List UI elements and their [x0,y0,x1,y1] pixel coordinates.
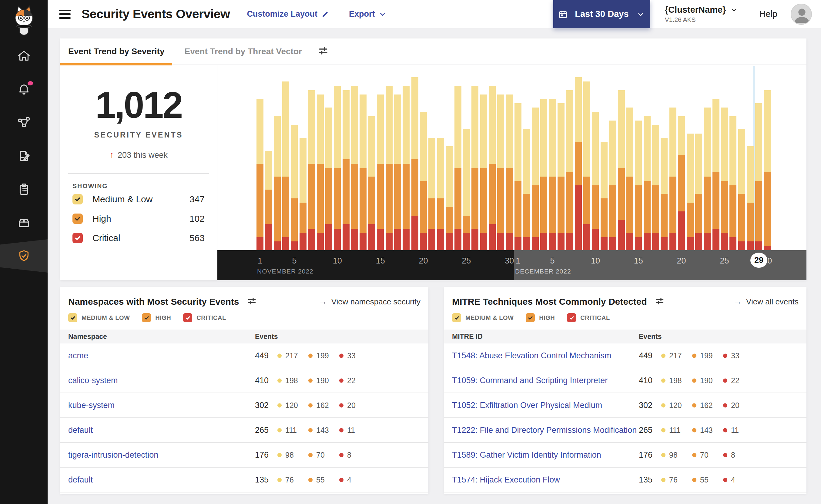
chart-bar-day-dec-18[interactable] [661,138,668,250]
chart-bar-day-dec-2[interactable] [523,129,530,250]
chart-bar-day-nov-7[interactable] [308,90,315,250]
chart-bar-day-nov-12[interactable] [351,86,358,250]
severity-checkbox[interactable] [142,313,151,322]
namespace-link[interactable]: kube-system [68,401,115,410]
chart-bar-day-dec-19[interactable] [670,108,677,250]
chart-bar-day-nov-17[interactable] [394,95,401,250]
namespace-link[interactable]: tigera-intrusion-detection [68,450,158,460]
chart-bar-day-dec-28[interactable] [747,146,754,250]
chart-bar-day-nov-10[interactable] [334,86,341,250]
chart-bar-day-dec-23[interactable] [704,108,711,250]
chart-bar-day-nov-13[interactable] [360,95,367,250]
menu-icon[interactable] [59,10,71,19]
namespaces-filter-settings-button[interactable] [247,296,257,307]
chart-bar-day-nov-14[interactable] [368,116,375,250]
chart-bar-day-dec-4[interactable] [540,99,547,250]
severity-checkbox[interactable] [68,313,77,322]
export-button[interactable]: Export [349,9,387,19]
severity-filter-chip[interactable]: MEDIUM & LOW [68,313,130,322]
chart-bar-day-dec-21[interactable] [687,134,694,250]
chart-bar-day-dec-3[interactable] [532,108,539,250]
chart-bar-day-nov-18[interactable] [403,86,410,250]
chart-bar-day-nov-11[interactable] [343,90,350,250]
chart-bar-day-nov-24[interactable] [454,86,461,250]
chart-bar-day-dec-25[interactable] [721,108,728,250]
sidebar-item-home[interactable] [0,39,48,73]
chart-bar-day-dec-30[interactable] [764,90,771,250]
severity-filter-chip[interactable]: CRITICAL [567,313,610,322]
view-namespace-security-link[interactable]: → View namespace security [319,297,420,307]
chart-bar-day-dec-11[interactable] [600,142,607,250]
severity-checkbox[interactable] [183,313,192,322]
chart-bar-day-nov-15[interactable] [377,95,384,250]
help-link[interactable]: Help [759,9,777,19]
sidebar-item-alerts[interactable] [0,73,48,106]
chart-bar-day-nov-28[interactable] [489,86,496,250]
chart-bar-day-nov-16[interactable] [386,86,393,250]
chart-bar-day-dec-5[interactable] [549,99,556,250]
chart-bar-day-dec-10[interactable] [592,112,599,250]
chart-bar-day-dec-29[interactable] [755,103,762,250]
mitre-technique-link[interactable]: T1548: Abuse Elevation Control Mechanism [452,351,611,360]
chart-bar-day-nov-8[interactable] [317,95,324,250]
chart-bar-day-dec-20[interactable] [678,116,685,250]
chart-bar-day-nov-20[interactable] [420,112,427,250]
severity-checkbox[interactable] [72,194,83,204]
tab-event-trend-by-severity[interactable]: Event Trend by Severity [60,38,172,65]
sidebar-item-policies[interactable] [0,139,48,173]
chart-bar-day-dec-22[interactable] [695,134,702,250]
chart-bar-day-nov-26[interactable] [471,86,478,250]
chart-bar-day-dec-13[interactable] [618,90,625,250]
trend-filter-settings-button[interactable] [318,45,329,58]
severity-checkbox[interactable] [72,214,83,224]
mitre-technique-link[interactable]: T1589: Gather Victim Identity Informatio… [452,450,601,460]
chart-bar-day-dec-8[interactable] [575,77,582,250]
chart-bar-day-dec-6[interactable] [557,103,564,250]
chart-bar-day-dec-14[interactable] [627,108,633,250]
chart-bar-day-dec-27[interactable] [738,129,745,250]
mitre-technique-link[interactable]: T1052: Exfiltration Over Physical Medium [452,401,602,410]
date-range-button[interactable]: Last 30 Days [553,0,650,28]
sidebar-item-compliance-reports[interactable] [0,173,48,206]
severity-checkbox[interactable] [567,313,576,322]
chart-bar-day-dec-15[interactable] [635,121,642,250]
severity-checkbox[interactable] [526,313,535,322]
chart-bar-day-dec-1[interactable] [514,103,521,250]
severity-filter-chip[interactable]: HIGH [526,313,555,322]
namespace-link[interactable]: acme [68,351,88,360]
mitre-technique-link[interactable]: T1574: Hijack Execution Flow [452,475,560,485]
chart-bar-day-nov-25[interactable] [463,129,470,250]
namespace-link[interactable]: default [68,426,93,435]
user-avatar[interactable] [791,4,812,25]
chart-bar-day-nov-21[interactable] [428,138,435,250]
mitre-filter-settings-button[interactable] [655,296,665,307]
tab-event-trend-by-threat-vector[interactable]: Event Trend by Threat Vector [184,38,302,65]
chart-bar-day-nov-6[interactable] [300,138,307,250]
chart-bar-day-nov-1[interactable] [257,99,264,250]
chart-bar-day-dec-16[interactable] [644,116,651,250]
chart-bar-day-dec-9[interactable] [583,81,590,250]
chart-bar-day-dec-7[interactable] [566,90,573,250]
chart-bar-day-nov-2[interactable] [265,151,272,250]
chart-bar-day-dec-17[interactable] [652,125,659,250]
chart-bar-day-nov-4[interactable] [282,81,289,250]
namespace-link[interactable]: calico-system [68,376,118,385]
chart-bar-day-nov-27[interactable] [480,95,487,250]
chart-bar-day-nov-23[interactable] [446,146,453,250]
chart-bar-day-dec-26[interactable] [730,116,736,250]
severity-checkbox[interactable] [452,313,461,322]
chart-bar-day-nov-19[interactable] [411,77,418,250]
sidebar-item-service-graph[interactable] [0,106,48,139]
severity-filter-chip[interactable]: MEDIUM & LOW [452,313,513,322]
chart-bar-day-nov-5[interactable] [291,125,298,250]
chart-bar-day-dec-24[interactable] [713,99,720,250]
chart-bar-day-nov-9[interactable] [325,108,332,250]
chart-bar-day-nov-3[interactable] [274,116,281,250]
sidebar-item-images[interactable] [0,206,48,239]
chart-bar-day-nov-22[interactable] [437,138,444,250]
cluster-selector[interactable]: {ClusterName} V1.26 AKS [665,5,738,23]
chart-bar-day-dec-12[interactable] [609,121,616,250]
customize-layout-button[interactable]: Customize Layout [247,9,330,19]
severity-checkbox[interactable] [72,233,83,243]
mitre-technique-link[interactable]: T1059: Command and Scripting Interpreter [452,376,607,385]
